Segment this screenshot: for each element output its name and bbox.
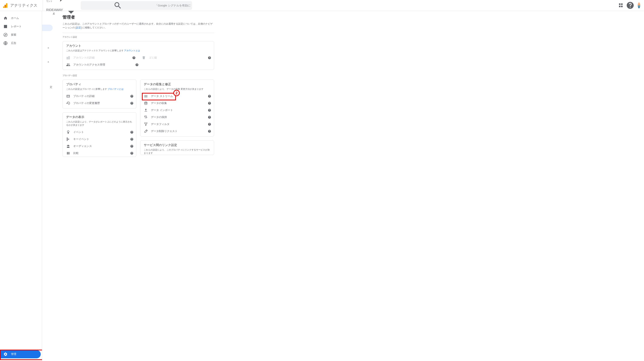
left-nav: ホーム レポート 探索 広告 管理 1 — [0, 11, 42, 162]
upload-icon — [144, 108, 148, 112]
stream-icon — [144, 94, 148, 98]
apps-icon[interactable] — [619, 4, 622, 7]
help-icon[interactable] — [208, 108, 211, 112]
data-streams-label: データ ストリーム — [151, 94, 208, 98]
help-icon[interactable] — [130, 102, 134, 105]
nav-explore-label: 探索 — [11, 33, 16, 36]
nav-reports-label: レポート — [11, 25, 22, 28]
megaphone-icon — [4, 41, 8, 45]
nav-explore[interactable]: 探索 — [0, 31, 42, 39]
account-card-sub: これらの設定はアナリティクス アカウントに影響します アカウントとは — [66, 49, 210, 52]
help-icon[interactable] — [208, 116, 211, 119]
data-retention-label: データの保持 — [151, 116, 208, 119]
display-card-sub: これらの設定により、データがレポート上にどのように表示されるかが決まります — [66, 120, 133, 127]
data-delete-row[interactable]: データ削除リクエスト — [140, 128, 214, 135]
avatar[interactable] — [638, 2, 640, 8]
property-whatis-link[interactable]: プロパティとは — [108, 88, 124, 90]
logo-block: アナリティクス — [3, 3, 42, 8]
account-trash-row[interactable]: ゴミ箱 — [138, 54, 214, 61]
search-icon — [83, 1, 152, 10]
collection-card-title: データの収集と修正 — [144, 82, 210, 86]
acct-sub-pre: これらの設定はアナリティクス アカウントに影響します — [66, 50, 124, 52]
property-detail-label: プロパティの詳細 — [73, 94, 130, 98]
settings-link[interactable]: 設定 — [76, 26, 81, 29]
help-icon[interactable] — [130, 144, 134, 148]
property-history-row[interactable]: プロパティの変更履歴 — [63, 100, 136, 107]
history-icon — [66, 101, 70, 105]
chevron-up-icon — [46, 60, 50, 64]
main-content: 管理者 これらの設定は、このアカウントとプロパティのすべてのユーザーに適用されま… — [53, 11, 219, 162]
help-icon[interactable] — [130, 130, 134, 134]
help-icon[interactable] — [208, 94, 211, 98]
chevron-up-icon — [46, 46, 50, 50]
home-icon — [4, 16, 8, 20]
help-icon[interactable] — [208, 102, 211, 105]
audiences-row[interactable]: オーディエンス — [63, 142, 136, 150]
collection-card-sub: これらの設定により、データの収集 変更方法が決まります — [144, 88, 210, 91]
property-card: プロパティ これらの設定はプロパティに影響します プロパティとは プロパティの詳… — [62, 80, 136, 108]
data-import-row[interactable]: データ インポート — [140, 107, 214, 114]
account-access-label: アカウントのアクセス管理 — [73, 63, 135, 66]
display-card: データの表示 これらの設定により、データがレポート上にどのように表示されるかが決… — [62, 112, 136, 157]
account-detail-row[interactable]: アカウントの詳細 — [63, 54, 138, 61]
database-icon — [144, 101, 148, 105]
nav-ads[interactable]: 広告 — [0, 39, 42, 47]
compare-label: 比較 — [73, 152, 130, 155]
data-retention-row[interactable]: データの保持 — [140, 114, 214, 121]
expand-chevron-1[interactable] — [46, 46, 50, 50]
desc-post: ] に移動してください。 — [81, 26, 107, 29]
header-right — [619, 1, 641, 10]
compare-row[interactable]: 比較 — [63, 150, 136, 157]
help-icon[interactable] — [208, 56, 211, 60]
search-input[interactable] — [155, 4, 191, 7]
key-events-row[interactable]: キーイベント — [63, 136, 136, 142]
breadcrumb-pre: すべてのアカウント — [46, 0, 54, 3]
property-card-title: プロパティ — [66, 82, 133, 86]
card-icon — [66, 94, 70, 98]
account-card: アカウント これらの設定はアナリティクス アカウントに影響します アカウントとは… — [62, 41, 214, 70]
help-icon[interactable] — [135, 63, 139, 66]
top-header: アナリティクス すべてのアカウント symmetric RIDEAWAY - G… — [0, 0, 644, 11]
click-icon — [66, 130, 70, 134]
help-icon[interactable] — [208, 130, 211, 133]
account-whatis-link[interactable]: アカウントとは — [124, 50, 140, 52]
divider — [62, 33, 214, 33]
section-property-label: プロパティ設定 — [62, 74, 214, 77]
help-icon[interactable] — [130, 152, 134, 155]
page-description: これらの設定は、このアカウントとプロパティのすべてのユーザーに適用されます。自分… — [62, 22, 214, 29]
account-detail-label: アカウントの詳細 — [73, 56, 132, 60]
data-delete-label: データ削除リクエスト — [151, 130, 208, 133]
data-collection-label: データの収集 — [151, 102, 208, 105]
events-row[interactable]: イベント — [63, 128, 136, 136]
help-icon[interactable] — [132, 56, 136, 60]
product-title: アナリティクス — [10, 3, 38, 8]
expand-chevron-2[interactable] — [46, 60, 50, 64]
flag-icon — [66, 137, 70, 141]
nav-home[interactable]: ホーム — [0, 14, 42, 22]
explore-icon — [4, 33, 8, 37]
nav-home-label: ホーム — [11, 16, 19, 20]
help-icon[interactable] — [130, 138, 134, 141]
collection-card: データの収集と修正 これらの設定により、データの収集 変更方法が決まります デー… — [140, 80, 214, 136]
nav-reports[interactable]: レポート — [0, 22, 42, 31]
data-import-label: データ インポート — [151, 108, 208, 112]
audiences-label: オーディエンス — [73, 144, 130, 148]
help-icon[interactable] — [208, 122, 211, 126]
account-card-title: アカウント — [66, 44, 210, 48]
help-icon[interactable] — [130, 94, 134, 98]
display-card-title: データの表示 — [66, 115, 133, 119]
breadcrumb: すべてのアカウント symmetric — [46, 0, 78, 5]
data-collection-row[interactable]: データの収集 — [140, 100, 214, 107]
search-box[interactable] — [81, 1, 192, 10]
property-detail-row[interactable]: プロパティの詳細 — [63, 93, 136, 100]
analytics-logo-icon — [3, 3, 8, 8]
data-streams-row[interactable]: データ ストリーム — [140, 93, 214, 100]
account-access-row[interactable]: アカウントのアクセス管理 — [63, 61, 141, 68]
eraser-icon — [144, 129, 148, 133]
bar-chart-icon — [4, 24, 8, 28]
link-card-sub: これらの設定により、このプロパティにリンクするサービスが決まります — [144, 148, 210, 155]
data-filter-label: データフィルタ — [151, 122, 208, 126]
help-icon[interactable] — [626, 1, 634, 10]
data-filter-row[interactable]: データフィルタ — [140, 121, 214, 128]
prop-sub-pre: これらの設定はプロパティに影響します — [66, 88, 108, 90]
